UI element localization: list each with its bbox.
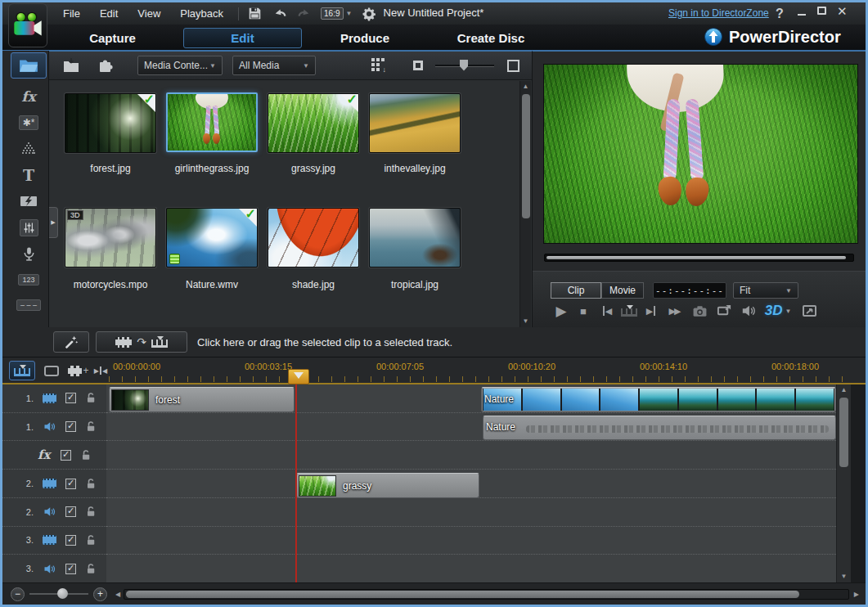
zoom-in-thumbnails-button[interactable] bbox=[502, 57, 524, 74]
signin-directorzone-link[interactable]: Sign in to DirectorZone bbox=[668, 7, 769, 19]
menu-view[interactable]: View bbox=[128, 7, 170, 20]
track-enable-checkbox[interactable] bbox=[65, 421, 76, 432]
track-enable-checkbox[interactable] bbox=[65, 393, 76, 403]
timeline-zoom-slider[interactable] bbox=[29, 593, 88, 595]
timeline-clip-nature-audio[interactable]: Nature bbox=[483, 416, 836, 440]
track-enable-checkbox[interactable] bbox=[65, 564, 76, 574]
insert-to-timeline-button[interactable]: ↷ bbox=[96, 331, 187, 353]
tab-create-disc[interactable]: Create Disc bbox=[446, 28, 536, 48]
media-scrollbar[interactable]: ▲ ▼ bbox=[519, 81, 531, 327]
undo-button[interactable] bbox=[270, 6, 291, 22]
timeline-vertical-scrollbar[interactable]: ▲ ▼ bbox=[836, 384, 851, 582]
stop-button[interactable]: ■ bbox=[575, 301, 591, 321]
scrollbar-thumb[interactable] bbox=[126, 591, 799, 598]
tab-edit[interactable]: Edit bbox=[183, 28, 302, 48]
track-lane[interactable] bbox=[106, 527, 836, 555]
maximize-button[interactable] bbox=[817, 7, 826, 15]
sidebar-item-title-room[interactable]: T bbox=[11, 163, 47, 187]
sort-view-button[interactable]: ↓ bbox=[371, 58, 386, 73]
track-lane[interactable] bbox=[106, 441, 836, 470]
aspect-ratio-selector[interactable]: 16:9▼ bbox=[321, 7, 352, 20]
track-lane[interactable] bbox=[106, 498, 836, 527]
previous-frame-button[interactable]: ◀ bbox=[598, 301, 616, 321]
thumbnail-size-slider[interactable] bbox=[435, 65, 494, 67]
timeline-clip-grassy[interactable]: grassy bbox=[296, 473, 479, 498]
media-thumbnail-girlinthegrass[interactable] bbox=[166, 92, 258, 152]
magic-tools-button[interactable] bbox=[53, 331, 89, 353]
track-header-video-2[interactable]: 2. bbox=[2, 470, 106, 498]
zoom-out-thumbnails-button[interactable] bbox=[407, 57, 429, 74]
sidebar-item-media-room[interactable] bbox=[11, 52, 47, 79]
unlock-icon[interactable] bbox=[80, 449, 92, 461]
track-header-audio-1[interactable]: 1. bbox=[2, 413, 106, 442]
save-button[interactable] bbox=[244, 6, 265, 22]
storyboard-view-button[interactable] bbox=[40, 361, 63, 380]
preview-seek-bar[interactable] bbox=[544, 254, 854, 262]
track-header-video-3[interactable]: 3. bbox=[2, 527, 106, 555]
track-enable-checkbox[interactable] bbox=[65, 506, 76, 517]
minimize-button[interactable] bbox=[798, 7, 806, 16]
close-button[interactable]: ✕ bbox=[837, 4, 848, 19]
sidebar-item-effect-room[interactable]: fx bbox=[11, 84, 47, 109]
track-header-video-1[interactable]: 1. bbox=[2, 384, 106, 413]
movie-mode-button[interactable]: Movie bbox=[601, 282, 644, 299]
play-button[interactable]: ▶ bbox=[552, 301, 570, 321]
timeline-zoom-out-button[interactable]: − bbox=[11, 587, 25, 601]
sidebar-item-pip-objects-room[interactable]: ✱* bbox=[11, 110, 47, 135]
3d-toggle-button[interactable]: 3D▼ bbox=[762, 301, 794, 321]
timeline-clip-nature-video[interactable]: Nature bbox=[481, 387, 836, 412]
track-manager-button[interactable]: + bbox=[66, 361, 91, 380]
tab-produce[interactable]: Produce bbox=[324, 28, 406, 48]
tab-capture[interactable]: Capture bbox=[70, 28, 155, 48]
step-seek-button[interactable] bbox=[619, 301, 639, 321]
scroll-up-icon[interactable]: ▲ bbox=[837, 384, 851, 396]
media-thumbnail-nature[interactable] bbox=[166, 208, 258, 268]
timeline-horizontal-scrollbar[interactable] bbox=[124, 589, 849, 600]
timeline-view-button[interactable] bbox=[9, 361, 35, 380]
slider-thumb[interactable] bbox=[57, 588, 68, 599]
preview-zoom-dropdown[interactable]: Fit▼ bbox=[733, 282, 798, 299]
sidebar-item-transition-room[interactable] bbox=[11, 189, 47, 214]
media-thumbnail-forest[interactable] bbox=[65, 93, 156, 153]
scroll-left-icon[interactable]: ◀ bbox=[115, 591, 120, 598]
scroll-up-icon[interactable]: ▲ bbox=[520, 81, 531, 92]
track-header-audio-2[interactable]: 2. bbox=[2, 498, 106, 527]
track-enable-checkbox[interactable] bbox=[65, 535, 76, 546]
dual-preview-button[interactable] bbox=[714, 301, 734, 321]
volume-speaker-button[interactable] bbox=[739, 301, 758, 321]
track-lane[interactable] bbox=[106, 555, 836, 582]
sidebar-item-chapter-room[interactable]: 123 bbox=[11, 268, 47, 292]
library-flyout-handle[interactable]: ▶ bbox=[49, 207, 58, 238]
media-type-dropdown[interactable]: All Media▼ bbox=[232, 56, 316, 75]
unlock-icon[interactable] bbox=[85, 534, 97, 546]
playhead-line[interactable] bbox=[295, 384, 297, 582]
playhead-marker[interactable] bbox=[288, 369, 309, 384]
track-enable-checkbox[interactable] bbox=[65, 479, 76, 489]
help-icon[interactable]: ? bbox=[776, 7, 784, 21]
preview-video-area[interactable] bbox=[543, 64, 858, 244]
scroll-down-icon[interactable]: ▼ bbox=[837, 571, 851, 582]
next-frame-button[interactable]: ▶ bbox=[642, 301, 660, 321]
unlock-icon[interactable] bbox=[85, 478, 97, 490]
menu-file[interactable]: File bbox=[53, 7, 90, 20]
timeline-zoom-in-button[interactable]: + bbox=[93, 587, 107, 601]
unlock-icon[interactable] bbox=[85, 506, 97, 518]
scrollbar-thumb[interactable] bbox=[839, 398, 848, 467]
snap-clips-button[interactable]: ▶◀ bbox=[91, 361, 110, 380]
unlock-icon[interactable] bbox=[85, 420, 97, 433]
track-header-audio-3[interactable]: 3. bbox=[2, 555, 106, 582]
import-media-button[interactable] bbox=[61, 57, 82, 74]
media-thumbnail-tropical[interactable] bbox=[369, 208, 461, 268]
clip-mode-button[interactable]: Clip bbox=[551, 282, 601, 299]
slider-thumb[interactable] bbox=[460, 60, 468, 71]
scrollbar-thumb[interactable] bbox=[522, 94, 530, 218]
sidebar-item-voiceover-room[interactable] bbox=[11, 241, 47, 266]
unlock-icon[interactable] bbox=[85, 563, 97, 575]
media-content-dropdown[interactable]: Media Conte...▼ bbox=[137, 56, 223, 75]
media-thumbnail-inthevalley[interactable] bbox=[369, 93, 461, 153]
undock-preview-button[interactable] bbox=[799, 301, 821, 321]
unlock-icon[interactable] bbox=[85, 392, 97, 404]
sidebar-item-subtitle-room[interactable]: – – – bbox=[11, 293, 47, 317]
track-enable-checkbox[interactable] bbox=[61, 450, 71, 461]
fast-forward-button[interactable]: ▶▶ bbox=[663, 301, 685, 321]
